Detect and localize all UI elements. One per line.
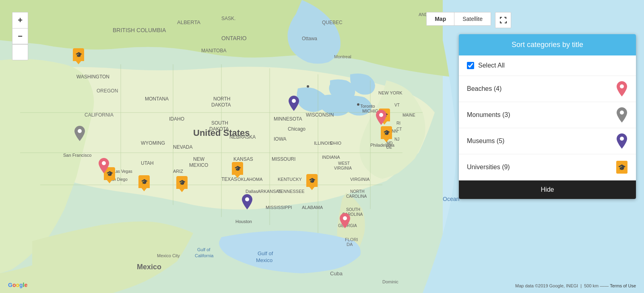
zoom-controls: + − bbox=[12, 12, 28, 44]
svg-text:Toronto: Toronto bbox=[360, 104, 375, 109]
svg-text:Chicago: Chicago bbox=[288, 126, 305, 132]
category-row-museums: Museums (5) bbox=[459, 128, 636, 154]
svg-text:Gulf of: Gulf of bbox=[197, 247, 211, 252]
map-type-controls: Map Satellite bbox=[426, 12, 491, 26]
panel-title: Sort categories by title bbox=[512, 41, 583, 49]
svg-text:NORTH: NORTH bbox=[213, 96, 230, 102]
google-logo: Google bbox=[8, 282, 27, 288]
svg-text:Dallas: Dallas bbox=[246, 189, 258, 194]
svg-text:VT: VT bbox=[394, 103, 400, 107]
category-museums-label: Museums (5) bbox=[467, 137, 504, 145]
marker-monument-sf[interactable] bbox=[74, 126, 85, 143]
svg-point-88 bbox=[307, 85, 309, 88]
category-beaches-label: Beaches (4) bbox=[467, 85, 502, 92]
select-all-row[interactable]: Select All bbox=[459, 55, 636, 76]
svg-point-96 bbox=[379, 113, 383, 117]
svg-text:MAINE: MAINE bbox=[402, 113, 415, 117]
category-museums-icon bbox=[616, 134, 628, 148]
attribution-text: Map data ©2019 Google, INEGI bbox=[515, 283, 578, 288]
svg-text:QUEBEC: QUEBEC bbox=[322, 20, 343, 25]
svg-text:Ocean: Ocean bbox=[443, 196, 459, 202]
hide-button[interactable]: Hide bbox=[459, 180, 636, 199]
marker-beach-florida[interactable] bbox=[340, 213, 350, 230]
museums-pin-icon bbox=[617, 133, 627, 149]
svg-text:WASHINGTON: WASHINGTON bbox=[76, 74, 109, 80]
category-row-monuments: Monuments (3) bbox=[459, 102, 636, 128]
marker-university-8[interactable]: 🎓 bbox=[381, 126, 392, 139]
svg-text:WISCONSIN: WISCONSIN bbox=[306, 112, 334, 118]
svg-text:UTAH: UTAH bbox=[141, 160, 154, 166]
pin-pink-icon2 bbox=[99, 158, 109, 173]
svg-text:MINNESOTA: MINNESOTA bbox=[274, 116, 302, 122]
svg-text:ILLINOIS: ILLINOIS bbox=[314, 141, 332, 145]
marker-university-5[interactable]: 🎓 bbox=[232, 162, 243, 175]
svg-text:ALABAMA: ALABAMA bbox=[302, 205, 323, 210]
svg-text:DAKOTA: DAKOTA bbox=[211, 102, 231, 108]
marker-university-1[interactable]: 🎓 bbox=[73, 48, 84, 61]
svg-point-89 bbox=[357, 103, 359, 106]
map-type-satellite-button[interactable]: Satellite bbox=[454, 12, 491, 25]
svg-text:OREGON: OREGON bbox=[97, 88, 118, 94]
marker-university-6[interactable]: 🎓 bbox=[306, 174, 318, 187]
terms-text[interactable]: Terms of Use bbox=[610, 283, 636, 288]
marker-university-4[interactable]: 🎓 bbox=[176, 176, 188, 189]
svg-text:KANSAS: KANSAS bbox=[233, 156, 253, 162]
svg-text:Philadelphia: Philadelphia bbox=[370, 143, 395, 148]
select-all-checkbox[interactable] bbox=[467, 62, 474, 69]
svg-text:CALIFORNIA: CALIFORNIA bbox=[85, 112, 114, 118]
marker-beach-la[interactable] bbox=[99, 158, 109, 175]
svg-text:NORTH: NORTH bbox=[350, 189, 364, 194]
select-all-label: Select All bbox=[478, 62, 505, 69]
svg-text:MEXICO: MEXICO bbox=[189, 162, 208, 168]
svg-text:TENNESSEE: TENNESSEE bbox=[278, 189, 305, 194]
svg-text:Dominic: Dominic bbox=[382, 279, 398, 284]
svg-text:IDAHO: IDAHO bbox=[169, 116, 184, 122]
svg-text:MISSOURI: MISSOURI bbox=[272, 156, 295, 162]
svg-text:Las Vegas: Las Vegas bbox=[114, 169, 132, 174]
zoom-in-button[interactable]: + bbox=[12, 12, 28, 28]
svg-text:ALBERTA: ALBERTA bbox=[177, 19, 200, 25]
svg-text:OKLAHOMA: OKLAHOMA bbox=[237, 177, 263, 182]
fullscreen-button[interactable] bbox=[495, 12, 511, 28]
panel-header: Sort categories by title bbox=[459, 34, 636, 55]
svg-text:MANITOBA: MANITOBA bbox=[201, 48, 226, 53]
svg-point-97 bbox=[620, 84, 624, 88]
marker-university-3[interactable]: 🎓 bbox=[138, 175, 150, 188]
svg-text:VIRGINIA: VIRGINIA bbox=[350, 177, 370, 182]
svg-point-91 bbox=[292, 99, 296, 103]
svg-text:NEVADA: NEVADA bbox=[173, 144, 192, 150]
marker-museum-houston[interactable] bbox=[242, 194, 252, 211]
svg-text:Mexico: Mexico bbox=[256, 257, 272, 263]
svg-point-94 bbox=[343, 216, 347, 220]
scale-text: 500 km bbox=[584, 283, 599, 288]
svg-text:INDIANA: INDIANA bbox=[322, 155, 340, 160]
map-container: WASHINGTON San Francisco San Diego Las V… bbox=[0, 0, 644, 293]
svg-text:Houston: Houston bbox=[235, 219, 252, 224]
svg-text:Montreal: Montreal bbox=[334, 54, 351, 59]
beaches-pin-icon bbox=[617, 81, 627, 96]
svg-text:CT: CT bbox=[396, 127, 402, 131]
svg-point-98 bbox=[620, 111, 624, 115]
svg-text:NJ: NJ bbox=[394, 137, 399, 141]
marker-museum-chicago[interactable] bbox=[289, 96, 299, 113]
svg-text:BRITISH COLUMBIA: BRITISH COLUMBIA bbox=[113, 27, 166, 33]
map-type-map-button[interactable]: Map bbox=[427, 12, 454, 25]
svg-text:NEW: NEW bbox=[193, 156, 205, 162]
svg-text:CAROLINA: CAROLINA bbox=[346, 194, 367, 199]
zoom-out-button[interactable]: − bbox=[12, 28, 28, 44]
svg-text:MONTANA: MONTANA bbox=[145, 96, 169, 102]
category-row-beaches: Beaches (4) bbox=[459, 76, 636, 102]
svg-text:ARIZ: ARIZ bbox=[173, 169, 183, 174]
category-panel: Sort categories by title Select All Beac… bbox=[459, 34, 636, 199]
svg-text:SOUTH: SOUTH bbox=[346, 207, 360, 212]
pin-gray-icon bbox=[74, 126, 85, 141]
svg-text:San Francisco: San Francisco bbox=[63, 153, 91, 158]
marker-beach-ny[interactable] bbox=[376, 110, 386, 127]
svg-text:Ottawa: Ottawa bbox=[302, 36, 317, 41]
category-row-universities: Universities (9) 🎓 bbox=[459, 154, 636, 180]
svg-text:OHIO: OHIO bbox=[330, 141, 342, 145]
svg-text:Mexico City: Mexico City bbox=[157, 253, 180, 258]
svg-text:VIRGINIA: VIRGINIA bbox=[334, 166, 352, 170]
svg-text:FLORI: FLORI bbox=[345, 237, 358, 242]
svg-text:SOUTH: SOUTH bbox=[211, 120, 228, 126]
